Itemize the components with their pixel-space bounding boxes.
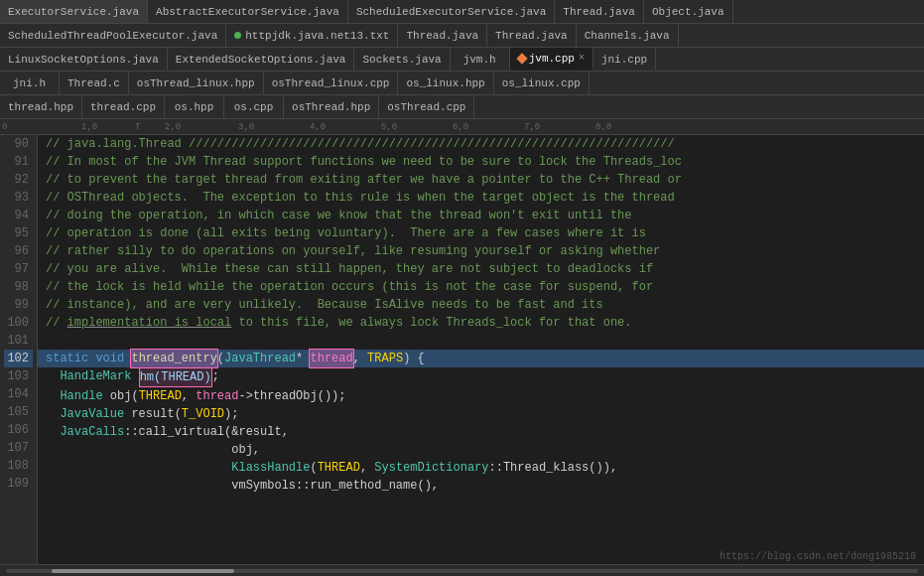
line-number: 100: [4, 314, 33, 332]
code-line: vmSymbols::run_method_name(),: [38, 477, 924, 495]
tab-2-5[interactable]: jni.cpp: [594, 48, 656, 71]
scrollbar-thumb[interactable]: [52, 569, 234, 573]
tab-4-4[interactable]: osThread.hpp: [284, 95, 379, 118]
tab-4-2[interactable]: os.hpp: [165, 95, 224, 118]
code-comment: // the lock is held while the operation …: [46, 278, 653, 296]
code-line: // doing the operation, in which case we…: [38, 207, 924, 224]
code-line: // OSThread objects. The exception to th…: [38, 189, 924, 207]
tab-label: Thread.c: [67, 77, 120, 89]
horizontal-scrollbar[interactable]: [0, 564, 924, 576]
tab-2-1[interactable]: ExtendedSocketOptions.java: [168, 48, 355, 71]
code-line: // In most of the JVM Thread support fun…: [38, 153, 924, 171]
code-comment: // In most of the JVM Thread support fun…: [46, 153, 682, 171]
tab-label: os.cpp: [234, 101, 274, 113]
line-number: 91: [4, 153, 33, 171]
tab-3-5[interactable]: os_linux.cpp: [494, 72, 590, 94]
tab-label: httpjdk.java.net13.txt: [245, 30, 389, 42]
code-highlight: implementation is local: [67, 314, 232, 332]
code-line: // you are alive. While these can still …: [38, 260, 924, 278]
code-comment: // instance), and are very unlikely. Bec…: [46, 296, 603, 314]
line-number: 99: [4, 296, 33, 314]
tab-row-4: thread.hppthread.cppos.hppos.cpposThread…: [0, 95, 924, 119]
tab-label: osThread.hpp: [292, 101, 370, 113]
highlighted-param: thread: [310, 350, 352, 367]
code-line: KlassHandle(THREAD, SystemDictionary::Th…: [38, 459, 924, 477]
tab-3-3[interactable]: osThread_linux.cpp: [264, 72, 399, 94]
tab-3-0[interactable]: jni.h: [0, 72, 60, 94]
tab-4-0[interactable]: thread.hpp: [0, 95, 82, 118]
tab-2-3[interactable]: jvm.h: [451, 48, 510, 71]
tab-label: LinuxSocketOptions.java: [8, 54, 159, 66]
code-comment: // operation is done (all exits being vo…: [46, 224, 646, 242]
code-comment: // rather silly to do operations on your…: [46, 242, 660, 260]
tab-3-1[interactable]: Thread.c: [60, 72, 129, 94]
tab-0-0[interactable]: ExecutorService.java: [0, 0, 148, 23]
tab-row-0: ExecutorService.javaAbstractExecutorServ…: [0, 0, 924, 24]
tab-1-4[interactable]: Channels.java: [577, 24, 679, 47]
code-comment: // you are alive. While these can still …: [46, 260, 653, 278]
tab-label: jvm.cpp: [529, 53, 575, 65]
code-editor[interactable]: 9091929394959697989910010110210310410510…: [0, 135, 924, 564]
tab-0-4[interactable]: Object.java: [644, 0, 733, 23]
code-line: JavaValue result(T_VOID);: [38, 405, 924, 423]
tab-label: os_linux.cpp: [502, 77, 581, 89]
tab-0-1[interactable]: AbstractExecutorService.java: [148, 0, 348, 23]
tab-4-1[interactable]: thread.cpp: [82, 95, 165, 118]
line-number: 98: [4, 278, 33, 296]
tab-2-4[interactable]: jvm.cpp×: [510, 48, 594, 71]
line-number: 108: [4, 457, 33, 475]
line-number: 94: [4, 207, 33, 224]
line-number: 93: [4, 189, 33, 207]
tab-3-4[interactable]: os_linux.hpp: [398, 72, 493, 94]
code-line: Handle obj(THREAD, thread->threadObj());: [38, 387, 924, 405]
tab-close-button[interactable]: ×: [579, 53, 585, 64]
line-number: 105: [4, 403, 33, 421]
code-line: // java.lang.Thread ////////////////////…: [38, 135, 924, 153]
tab-2-2[interactable]: Sockets.java: [354, 48, 450, 71]
line-number: 103: [4, 367, 33, 385]
line-number: 106: [4, 421, 33, 439]
tab-label: ExecutorService.java: [8, 6, 139, 18]
watermark: https://blog.csdn.net/dong1985210: [720, 551, 916, 562]
tab-0-3[interactable]: Thread.java: [555, 0, 644, 23]
tab-label: ExtendedSocketOptions.java: [176, 54, 346, 66]
code-line: // rather silly to do operations on your…: [38, 242, 924, 260]
tab-label: ScheduledThreadPoolExecutor.java: [8, 30, 217, 42]
line-number: 102: [4, 350, 33, 367]
tab-row-2: LinuxSocketOptions.javaExtendedSocketOpt…: [0, 48, 924, 72]
tab-3-2[interactable]: osThread_linux.hpp: [129, 72, 264, 94]
line-number: 90: [4, 135, 33, 153]
tab-1-1[interactable]: httpjdk.java.net13.txt: [226, 24, 398, 47]
line-number: 95: [4, 224, 33, 242]
tab-0-2[interactable]: ScheduledExecutorService.java: [348, 0, 555, 23]
tab-label: os.hpp: [175, 101, 214, 113]
tab-1-3[interactable]: Thread.java: [487, 24, 577, 47]
line-number: 109: [4, 475, 33, 493]
line-number: 107: [4, 439, 33, 457]
scrollbar-track[interactable]: [6, 569, 918, 573]
tab-label: Object.java: [652, 6, 725, 18]
code-line: JavaCalls::call_virtual(&result,: [38, 423, 924, 441]
code-comment: // OSThread objects. The exception to th…: [46, 189, 675, 207]
tab-4-5[interactable]: osThread.cpp: [379, 95, 474, 118]
tab-label: jni.h: [13, 77, 46, 89]
code-content[interactable]: // java.lang.Thread ////////////////////…: [38, 135, 924, 564]
tab-label: osThread_linux.hpp: [137, 77, 255, 89]
tab-4-3[interactable]: os.cpp: [224, 95, 284, 118]
tab-label: ScheduledExecutorService.java: [356, 6, 546, 18]
line-number: 97: [4, 260, 33, 278]
tab-1-2[interactable]: Thread.java: [398, 24, 487, 47]
code-line: obj,: [38, 441, 924, 459]
tab-label: AbstractExecutorService.java: [156, 6, 339, 18]
tab-label: thread.hpp: [8, 101, 73, 113]
tab-row-3: jni.hThread.cosThread_linux.hpposThread_…: [0, 72, 924, 95]
line-numbers: 9091929394959697989910010110210310410510…: [0, 135, 38, 564]
highlighted-function: thread_entry: [131, 350, 216, 367]
tab-2-0[interactable]: LinuxSocketOptions.java: [0, 48, 168, 71]
code-comment: // doing the operation, in which case we…: [46, 207, 632, 224]
tab-label: Thread.java: [563, 6, 635, 18]
tab-1-0[interactable]: ScheduledThreadPoolExecutor.java: [0, 24, 226, 47]
line-number: 101: [4, 332, 33, 350]
code-line: // instance), and are very unlikely. Bec…: [38, 296, 924, 314]
tab-diamond-icon: [516, 53, 527, 64]
